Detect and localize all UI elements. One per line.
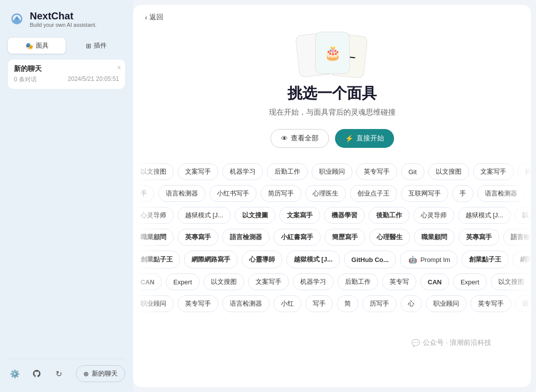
chat-item[interactable]: × 新的聊天 0 条对话 2024/5/21 20:05:51 bbox=[8, 60, 125, 89]
tag-item[interactable]: 🤖 Prompt Im bbox=[400, 251, 458, 268]
tag-item[interactable]: 小红书写手 bbox=[529, 185, 531, 202]
tag-item[interactable]: 语言检测器 bbox=[515, 295, 531, 312]
sidebar-logo: ✦ NextChat Build your own AI assistant. bbox=[8, 10, 97, 28]
tag-item[interactable]: 简 bbox=[337, 295, 358, 312]
back-button[interactable]: ‹ 返回 bbox=[145, 13, 163, 22]
github-icon[interactable] bbox=[30, 367, 44, 381]
tag-item[interactable]: 以文搜图 bbox=[203, 273, 244, 290]
tag-item[interactable]: 机器学习 bbox=[222, 163, 263, 180]
tag-item[interactable]: 心理醫生 bbox=[369, 229, 410, 246]
tab-plugin[interactable]: ⊞ 插件 bbox=[67, 38, 125, 54]
tag-item[interactable]: 后勤工作 bbox=[337, 273, 378, 290]
tag-item[interactable]: 历写手 bbox=[362, 295, 397, 312]
tag-item[interactable]: 網際網路寫手 bbox=[513, 251, 531, 268]
tag-item[interactable]: 機器學習 bbox=[324, 207, 365, 224]
tag-item[interactable]: 小红 bbox=[273, 295, 301, 312]
tag-item[interactable]: 心 bbox=[401, 295, 422, 312]
refresh-icon[interactable]: ↻ bbox=[52, 367, 66, 381]
tag-item[interactable]: 创业点子王 bbox=[350, 185, 397, 202]
tag-item[interactable]: 英专写手 bbox=[356, 163, 397, 180]
tag-item[interactable]: 創業點子王 bbox=[133, 251, 180, 268]
tag-item[interactable]: Git bbox=[401, 163, 424, 180]
tag-item[interactable]: 机器学习 bbox=[293, 273, 334, 290]
plus-icon: ⊕ bbox=[83, 370, 89, 378]
tag-item[interactable]: 英专写 bbox=[382, 273, 416, 290]
tab-mask[interactable]: 🎭 面具 bbox=[8, 38, 66, 54]
tag-item[interactable]: 英專寫手 bbox=[459, 229, 499, 246]
sidebar-bottom: ⚙️ ↻ ⊕ 新的聊天 bbox=[8, 359, 125, 382]
tag-item[interactable]: 以文搜圖 bbox=[235, 207, 275, 224]
tag-item[interactable]: 語言檢測器 bbox=[222, 229, 269, 246]
tag-item[interactable]: 網際網路寫手 bbox=[184, 251, 238, 268]
chat-close-icon[interactable]: × bbox=[117, 64, 121, 71]
tag-item[interactable]: 簡歷寫手 bbox=[325, 229, 365, 246]
tag-item[interactable]: 手 bbox=[133, 185, 154, 202]
tag-item[interactable]: 写手 bbox=[305, 295, 333, 312]
tag-item[interactable]: 心灵导师 bbox=[413, 207, 454, 224]
tag-item[interactable]: 简历写手 bbox=[261, 185, 301, 202]
start-button[interactable]: ⚡ 直接开始 bbox=[335, 129, 394, 148]
new-chat-button[interactable]: ⊕ 新的聊天 bbox=[76, 365, 125, 382]
tag-item[interactable]: 越獄模式 [J... bbox=[286, 251, 340, 268]
sidebar-title-group: NextChat Build your own AI assistant. bbox=[30, 10, 97, 28]
tag-item[interactable]: 语言检测器 bbox=[158, 185, 205, 202]
tag-item[interactable]: 职业顾问 bbox=[133, 295, 174, 312]
tag-item[interactable]: 後勤工作 bbox=[369, 207, 409, 224]
openai-icon: ✦ bbox=[8, 10, 26, 28]
tag-item[interactable]: 心理医生 bbox=[305, 185, 346, 202]
tag-item[interactable]: 職業顧問 bbox=[133, 229, 174, 246]
tag-item[interactable]: 手 bbox=[452, 185, 473, 202]
tag-item[interactable]: 以文搜图 bbox=[491, 273, 532, 290]
settings-icon[interactable]: ⚙️ bbox=[8, 367, 22, 381]
svg-text:✦: ✦ bbox=[14, 15, 19, 22]
tags-row-4: 職業顧問 英專寫手 語言檢測器 小紅書寫手 簡歷寫手 心理醫生 職業顧問 英專寫… bbox=[133, 226, 531, 248]
tag-item[interactable]: 心靈導師 bbox=[242, 251, 282, 268]
tag-item[interactable]: 職業顧問 bbox=[414, 229, 455, 246]
tags-row-6: CAN Expert 以文搜图 文案写手 机器学习 后勤工作 英专写 CAN E… bbox=[133, 271, 531, 293]
tags-row-7: 职业顾问 英专写手 语言检测器 小红 写手 简 历写手 心 职业顾问 英专写手 … bbox=[133, 293, 531, 315]
tag-item[interactable]: 语言检测器 bbox=[222, 295, 269, 312]
tag-item[interactable]: 互联网写手 bbox=[401, 185, 448, 202]
tag-item[interactable]: CAN bbox=[420, 273, 449, 290]
plugin-icon: ⊞ bbox=[86, 42, 91, 50]
chat-count: 0 条对话 bbox=[14, 75, 37, 84]
sidebar-tabs: 🎭 面具 ⊞ 插件 bbox=[8, 38, 125, 54]
tag-item[interactable]: 文案写手 bbox=[473, 163, 514, 180]
tag-item[interactable]: 以文搜图 bbox=[428, 163, 469, 180]
tag-item-can[interactable]: CAN bbox=[133, 273, 162, 290]
tag-item[interactable]: 后勤工作 bbox=[267, 163, 308, 180]
tag-item[interactable]: Expert bbox=[453, 273, 487, 290]
tag-item[interactable]: 英專寫手 bbox=[178, 229, 218, 246]
hero-subtitle: 现在开始，与面具背后的灵魂思维碰撞 bbox=[269, 108, 396, 117]
tag-item[interactable]: 机器学习 bbox=[518, 163, 531, 180]
tag-item[interactable]: 小红书写手 bbox=[209, 185, 257, 202]
app-title: NextChat bbox=[30, 10, 97, 22]
tag-item[interactable]: 文案写手 bbox=[248, 273, 289, 290]
chat-date: 2024/5/21 20:05:51 bbox=[68, 75, 119, 84]
tag-item[interactable]: 职业顾问 bbox=[426, 295, 467, 312]
tag-item[interactable]: 越狱模式 [J... bbox=[178, 207, 231, 224]
hero-section: 🎂 — 挑选一个面具 现在开始，与面具背后的灵魂思维碰撞 👁 查看全部 ⚡ 直接… bbox=[133, 22, 531, 161]
main-content: ‹ 返回 🎂 — 挑选一个面具 现在开始，与面具背后的灵魂思维碰撞 👁 查看全部… bbox=[133, 5, 531, 387]
tag-item[interactable]: 以文搜圖 bbox=[515, 207, 531, 224]
tag-item[interactable]: Expert bbox=[166, 273, 200, 290]
tag-item[interactable]: 英专写手 bbox=[178, 295, 218, 312]
tag-item[interactable]: 文案寫手 bbox=[279, 207, 320, 224]
tag-item[interactable]: 英专写手 bbox=[470, 295, 511, 312]
tag-item[interactable]: 越狱模式 [J... bbox=[458, 207, 511, 224]
tag-item[interactable]: 语言检测器 bbox=[477, 185, 525, 202]
tag-item[interactable]: 文案写手 bbox=[178, 163, 218, 180]
sidebar-bottom-icons: ⚙️ ↻ bbox=[8, 367, 66, 381]
tag-item[interactable]: 語言檢測器 bbox=[503, 229, 531, 246]
tag-item[interactable]: 职业顾问 bbox=[312, 163, 352, 180]
tag-item[interactable]: 以文搜图 bbox=[133, 163, 174, 180]
back-arrow-icon: ‹ bbox=[145, 13, 147, 21]
tag-item[interactable]: 創業點子王 bbox=[462, 251, 509, 268]
tag-item[interactable]: 小紅書寫手 bbox=[273, 229, 321, 246]
chat-list: × 新的聊天 0 条对话 2024/5/21 20:05:51 bbox=[8, 60, 125, 359]
tag-item[interactable]: 心灵导师 bbox=[133, 207, 174, 224]
tags-row-2: 手 语言检测器 小红书写手 简历写手 心理医生 创业点子王 互联网写手 手 语言… bbox=[133, 183, 531, 204]
view-all-button[interactable]: 👁 查看全部 bbox=[270, 129, 329, 148]
tag-item[interactable]: GitHub Co... bbox=[344, 251, 396, 268]
main-header: ‹ 返回 bbox=[133, 5, 531, 22]
